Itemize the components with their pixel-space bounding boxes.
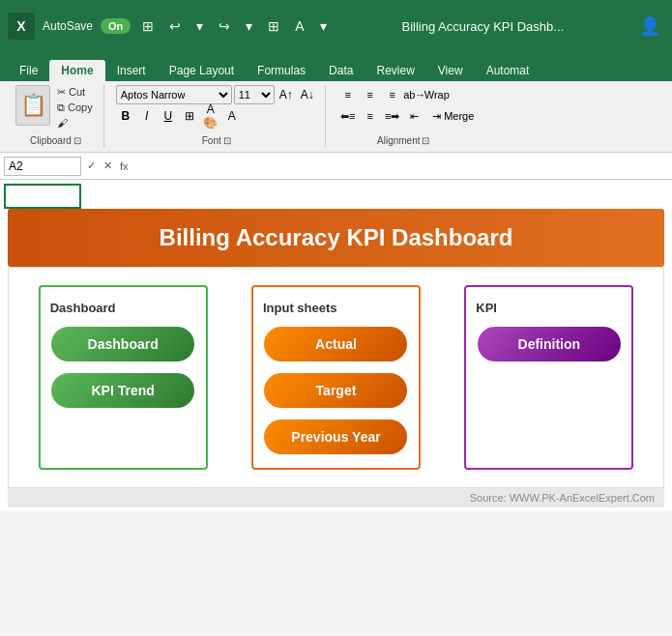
italic-button[interactable]: I xyxy=(137,106,157,126)
font-family-select[interactable]: Aptos Narrow xyxy=(116,85,232,104)
clipboard-expand-icon[interactable]: ⊡ xyxy=(73,135,81,146)
align-left-button[interactable]: ⬅≡ xyxy=(337,106,359,126)
tab-page-layout[interactable]: Page Layout xyxy=(158,60,246,81)
align-top-right-button[interactable]: ≡ xyxy=(382,85,403,104)
format-painter-button[interactable]: 🖌 xyxy=(54,116,96,130)
formula-check-icon[interactable]: ✓ xyxy=(85,159,98,172)
kpi-box-title: KPI xyxy=(476,301,497,315)
formula-input[interactable] xyxy=(134,159,668,174)
tab-view[interactable]: View xyxy=(426,60,475,81)
font-label: Font xyxy=(202,135,221,146)
undo-dropdown[interactable]: ▾ xyxy=(192,16,207,36)
font-expand-icon[interactable]: ⊡ xyxy=(223,135,231,146)
alignment-label: Alignment xyxy=(377,135,420,146)
undo-icon[interactable]: ↩ xyxy=(165,16,185,36)
previous-year-button[interactable]: Previous Year xyxy=(264,419,407,454)
align-right-button[interactable]: ≡➡ xyxy=(382,106,403,126)
redo-dropdown[interactable]: ▾ xyxy=(242,16,256,36)
font-color-button[interactable]: A xyxy=(222,106,242,126)
tab-file[interactable]: File xyxy=(8,60,49,81)
merge-button[interactable]: Merge xyxy=(449,106,470,126)
decrease-font-button[interactable]: A↓ xyxy=(298,85,317,104)
formula-fx-icon[interactable]: fx xyxy=(118,160,131,172)
indent-decrease-button[interactable]: ⇤ xyxy=(404,106,425,126)
tab-formulas[interactable]: Formulas xyxy=(246,60,317,81)
align-top-left-button[interactable]: ≡ xyxy=(337,85,359,104)
input-sheets-box-title: Input sheets xyxy=(263,301,337,315)
tab-home[interactable]: Home xyxy=(49,60,104,81)
tab-data[interactable]: Data xyxy=(317,60,365,81)
tab-review[interactable]: Review xyxy=(365,60,425,81)
underline-button[interactable]: U xyxy=(159,106,178,126)
grid-icon[interactable]: ⊞ xyxy=(138,16,158,36)
kpi-nav-box: KPI Definition xyxy=(464,285,633,470)
input-sheets-nav-box: Input sheets Actual Target Previous Year xyxy=(251,285,421,470)
wrap-text-button[interactable]: Wrap xyxy=(426,85,448,104)
alignment-group: ≡ ≡ ≡ ab→ Wrap ⬅≡ ≡ ≡➡ ⇤ ⇥ Merge Alignme… xyxy=(330,85,478,148)
dashboard-button[interactable]: Dashboard xyxy=(51,327,194,361)
dashboard-nav-box: Dashboard Dashboard KPI Trend xyxy=(39,285,208,470)
bold-button[interactable]: B xyxy=(116,106,135,126)
cut-button[interactable]: ✂ Cut xyxy=(54,85,96,100)
font-group: Aptos Narrow 11 A↑ A↓ B I U ⊞ A🎨 A Font … xyxy=(108,85,326,148)
tab-insert[interactable]: Insert xyxy=(105,60,158,81)
dashboard-header: Billing Accuracy KPI Dashboard xyxy=(8,209,664,267)
autosave-toggle[interactable]: On xyxy=(101,18,131,34)
excel-logo: X xyxy=(8,13,35,40)
copy-button[interactable]: ⧉ Copy xyxy=(54,101,96,115)
orientation-button[interactable]: ab→ xyxy=(404,85,425,104)
redo-icon[interactable]: ↪ xyxy=(215,16,234,36)
fill-color-button[interactable]: A🎨 xyxy=(201,106,220,126)
ribbon-toolbar: 📋 ✂ Cut ⧉ Copy 🖌 Clipboard ⊡ Aptos Narro… xyxy=(0,81,672,153)
user-icon[interactable]: 👤 xyxy=(635,14,664,39)
source-footer: Source: WWW.PK-AnExcelExpert.Com xyxy=(8,488,664,507)
formula-cancel-icon[interactable]: ✕ xyxy=(102,159,114,172)
autosave-label: AutoSave xyxy=(43,19,93,33)
border-button[interactable]: ⊞ xyxy=(180,106,199,126)
clipboard-small-icons: ✂ Cut ⧉ Copy 🖌 xyxy=(54,85,96,130)
paste-button[interactable]: 📋 xyxy=(15,85,50,126)
align-center-button[interactable]: ≡ xyxy=(360,106,381,126)
font-size-select[interactable]: 11 xyxy=(234,85,275,104)
definition-button[interactable]: Definition xyxy=(478,327,621,361)
font-color-dropdown[interactable]: ▾ xyxy=(316,16,331,36)
kpi-trend-button[interactable]: KPI Trend xyxy=(51,373,194,408)
increase-font-button[interactable]: A↑ xyxy=(277,85,296,104)
table-icon[interactable]: ⊞ xyxy=(264,16,283,36)
align-top-center-button[interactable]: ≡ xyxy=(360,85,381,104)
ribbon-tabs: File Home Insert Page Layout Formulas Da… xyxy=(0,52,672,81)
clipboard-label: Clipboard xyxy=(30,135,72,146)
alignment-expand-icon[interactable]: ⊡ xyxy=(422,135,429,146)
clipboard-group: 📋 ✂ Cut ⧉ Copy 🖌 Clipboard ⊡ xyxy=(8,85,104,148)
target-button[interactable]: Target xyxy=(264,373,407,408)
title-bar: X AutoSave On ⊞ ↩ ▾ ↪ ▾ ⊞ A ▾ Billing Ac… xyxy=(0,0,672,52)
spreadsheet-area: Billing Accuracy KPI Dashboard Dashboard… xyxy=(0,180,672,636)
window-title: Billing Accuracy KPI Dashb... xyxy=(338,19,628,34)
dashboard-box-title: Dashboard xyxy=(50,301,116,315)
tab-automat[interactable]: Automat xyxy=(475,60,541,81)
formula-bar: A2 ✓ ✕ fx xyxy=(0,153,672,180)
cell-reference-box[interactable]: A2 xyxy=(4,157,81,176)
font-color-icon[interactable]: A xyxy=(291,16,307,36)
actual-button[interactable]: Actual xyxy=(264,327,407,361)
